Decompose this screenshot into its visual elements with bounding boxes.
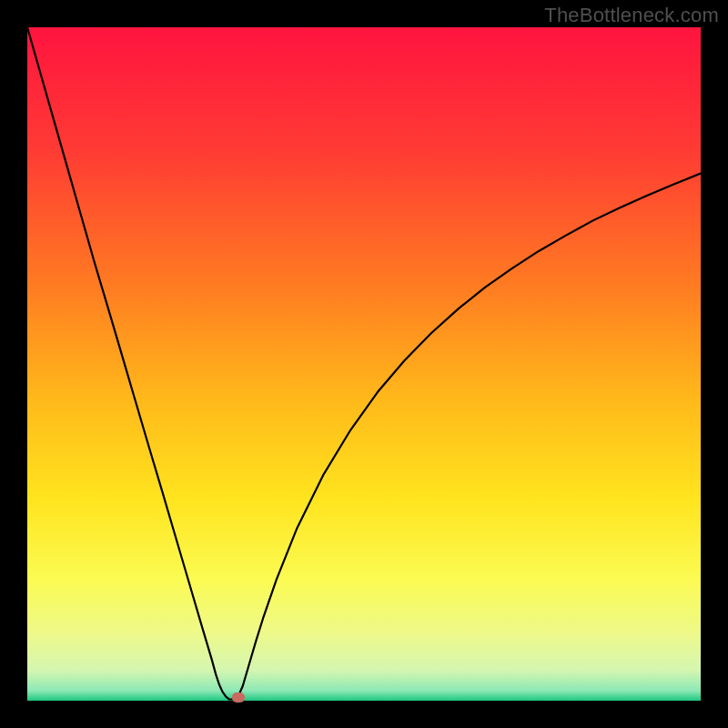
minimum-marker	[232, 693, 245, 703]
curve-layer	[27, 27, 701, 701]
attribution-text: TheBottleneck.com	[544, 4, 719, 27]
chart-frame: TheBottleneck.com	[0, 0, 728, 728]
plot-area	[27, 27, 701, 701]
bottleneck-curve	[27, 27, 701, 700]
